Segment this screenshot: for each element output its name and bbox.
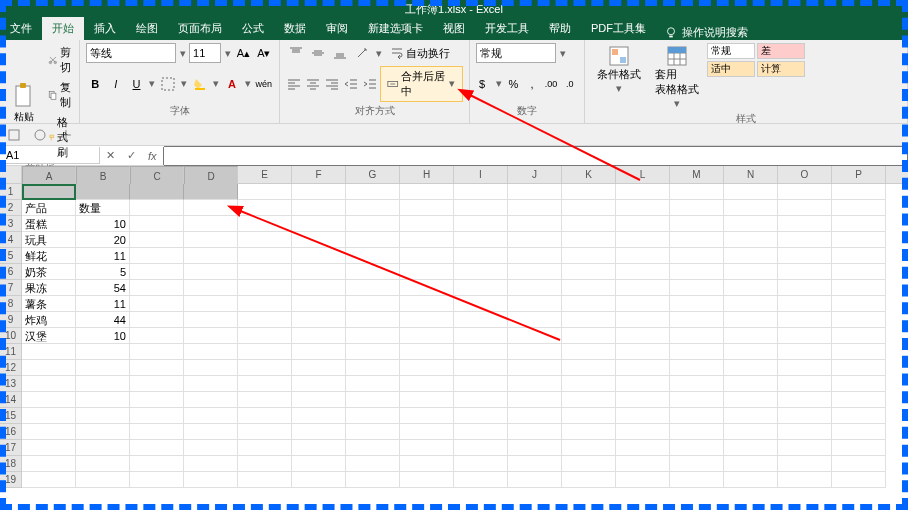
cell[interactable] [238, 472, 292, 488]
cell[interactable] [778, 456, 832, 472]
cell[interactable] [346, 328, 400, 344]
cell[interactable] [22, 376, 76, 392]
cell[interactable] [454, 408, 508, 424]
cell[interactable]: 玩具 [22, 232, 76, 248]
cell[interactable] [832, 312, 886, 328]
cell[interactable] [670, 200, 724, 216]
cell[interactable] [130, 424, 184, 440]
cell[interactable] [346, 440, 400, 456]
cell[interactable] [724, 328, 778, 344]
cell[interactable] [346, 296, 400, 312]
cell[interactable] [778, 440, 832, 456]
cell[interactable] [292, 216, 346, 232]
cell[interactable] [724, 456, 778, 472]
cell[interactable] [778, 408, 832, 424]
cell[interactable] [130, 200, 184, 216]
cell[interactable]: 5 [76, 264, 130, 280]
cell-styles-gallery[interactable]: 常规 差 适中 计算 [707, 43, 805, 77]
cell[interactable] [454, 264, 508, 280]
cell[interactable] [778, 232, 832, 248]
cell[interactable] [346, 280, 400, 296]
cell[interactable] [778, 216, 832, 232]
row-header[interactable]: 11 [0, 344, 22, 360]
style-normal[interactable]: 常规 [707, 43, 755, 59]
cell[interactable] [292, 408, 346, 424]
cell[interactable] [724, 360, 778, 376]
cell[interactable] [670, 296, 724, 312]
cell[interactable] [400, 328, 454, 344]
cell[interactable] [562, 472, 616, 488]
phonetic-button[interactable]: wén [254, 74, 273, 94]
increase-decimal-button[interactable]: .00 [543, 74, 560, 94]
cell[interactable] [130, 344, 184, 360]
cell[interactable] [454, 216, 508, 232]
cell[interactable] [130, 392, 184, 408]
cell[interactable] [832, 232, 886, 248]
cell[interactable] [130, 456, 184, 472]
cell[interactable] [184, 312, 238, 328]
col-header[interactable]: O [778, 166, 832, 183]
copy-button[interactable]: 复制 [44, 78, 79, 112]
cell[interactable] [778, 344, 832, 360]
cell[interactable] [454, 440, 508, 456]
row-header[interactable]: 1 [0, 184, 22, 200]
cell[interactable] [238, 424, 292, 440]
tab-view[interactable]: 视图 [433, 17, 475, 40]
cell[interactable]: 产品 [22, 200, 76, 216]
cell[interactable] [130, 232, 184, 248]
cell[interactable] [616, 408, 670, 424]
cell[interactable]: 薯条 [22, 296, 76, 312]
cell[interactable] [670, 456, 724, 472]
cell[interactable]: 44 [76, 312, 130, 328]
cell[interactable]: 20 [76, 232, 130, 248]
cell[interactable] [508, 312, 562, 328]
cell[interactable] [346, 232, 400, 248]
cell[interactable] [400, 200, 454, 216]
cell[interactable] [508, 232, 562, 248]
cell[interactable] [724, 392, 778, 408]
cell[interactable] [508, 360, 562, 376]
cell[interactable] [454, 456, 508, 472]
col-header[interactable]: H [400, 166, 454, 183]
cell[interactable] [616, 440, 670, 456]
decrease-decimal-button[interactable]: .0 [561, 74, 578, 94]
cell[interactable] [130, 472, 184, 488]
style-calc[interactable]: 计算 [757, 61, 805, 77]
cell[interactable] [508, 248, 562, 264]
font-name-select[interactable] [86, 43, 176, 63]
cell[interactable] [562, 328, 616, 344]
cell[interactable] [184, 440, 238, 456]
row-header[interactable]: 18 [0, 456, 22, 472]
cell[interactable] [292, 200, 346, 216]
cell[interactable] [832, 456, 886, 472]
increase-font-button[interactable]: A▴ [234, 43, 252, 63]
tab-formulas[interactable]: 公式 [232, 17, 274, 40]
cell[interactable] [184, 216, 238, 232]
border-button[interactable] [159, 74, 178, 94]
cell[interactable] [832, 200, 886, 216]
align-bottom-button[interactable] [330, 43, 350, 63]
fx-icon[interactable]: fx [142, 150, 163, 162]
cell[interactable] [238, 296, 292, 312]
cell[interactable] [778, 280, 832, 296]
tab-draw[interactable]: 绘图 [126, 17, 168, 40]
cell[interactable] [76, 472, 130, 488]
cell[interactable] [562, 344, 616, 360]
cell[interactable] [400, 440, 454, 456]
cell[interactable] [562, 184, 616, 200]
style-bad[interactable]: 差 [757, 43, 805, 59]
cell[interactable] [778, 360, 832, 376]
cell[interactable] [670, 344, 724, 360]
cell[interactable] [130, 312, 184, 328]
cell[interactable] [400, 472, 454, 488]
row-header[interactable]: 10 [0, 328, 22, 344]
cell[interactable] [184, 376, 238, 392]
row-header[interactable]: 2 [0, 200, 22, 216]
cell[interactable] [292, 424, 346, 440]
cell[interactable] [562, 376, 616, 392]
cell[interactable] [130, 184, 184, 200]
tab-dev[interactable]: 开发工具 [475, 17, 539, 40]
cell[interactable] [346, 456, 400, 472]
cell[interactable] [292, 280, 346, 296]
row-header[interactable]: 12 [0, 360, 22, 376]
